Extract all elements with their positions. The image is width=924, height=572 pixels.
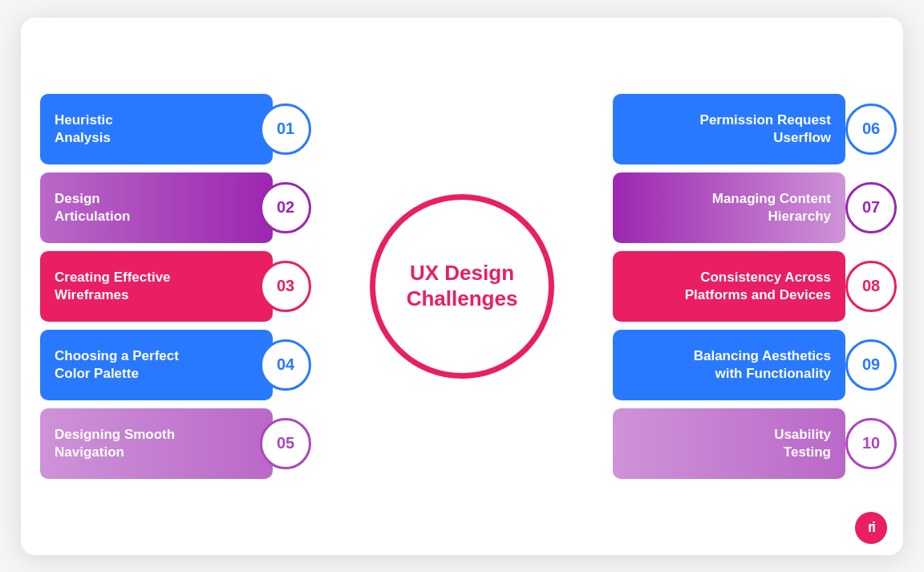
item-label: Balancing Aestheticswith Functionality xyxy=(694,347,831,382)
list-item: 09 Balancing Aestheticswith Functionalit… xyxy=(613,330,884,400)
item-bar: Consistency AcrossPlatforms and Devices xyxy=(613,251,845,322)
list-item: HeuristicAnalysis 01 xyxy=(40,94,337,164)
item-number: 10 xyxy=(845,418,897,469)
item-bar: Designing SmoothNavigation xyxy=(40,408,273,479)
item-label: Managing ContentHierarchy xyxy=(712,190,831,225)
item-label: Creating EffectiveWireframes xyxy=(55,269,171,303)
layout: HeuristicAnalysis 01 DesignArticulation … xyxy=(40,32,884,541)
item-bar: Managing ContentHierarchy xyxy=(613,172,845,243)
item-number: 09 xyxy=(845,339,897,391)
item-label: Permission RequestUserflow xyxy=(700,112,831,146)
list-item: Designing SmoothNavigation 05 xyxy=(40,408,337,479)
left-column: HeuristicAnalysis 01 DesignArticulation … xyxy=(40,94,337,479)
item-number: 06 xyxy=(845,103,897,155)
center-title: UX DesignChallenges xyxy=(407,261,518,310)
item-bar: UsabilityTesting xyxy=(613,408,845,479)
item-number: 01 xyxy=(260,103,311,155)
item-bar: Permission RequestUserflow xyxy=(613,94,845,164)
list-item: 06 Permission RequestUserflow xyxy=(613,94,884,164)
right-column: 06 Permission RequestUserflow 07 Managin… xyxy=(587,94,884,479)
main-card: HeuristicAnalysis 01 DesignArticulation … xyxy=(21,18,903,555)
watermark-text: ri xyxy=(868,519,874,536)
item-bar: Choosing a PerfectColor Palette xyxy=(40,330,273,400)
list-item: 07 Managing ContentHierarchy xyxy=(613,172,884,243)
item-label: Designing SmoothNavigation xyxy=(55,426,175,460)
watermark-logo: ri xyxy=(855,512,887,544)
item-bar: Balancing Aestheticswith Functionality xyxy=(613,330,845,400)
item-number: 05 xyxy=(260,418,311,469)
item-number: 07 xyxy=(845,182,897,233)
center-circle: UX DesignChallenges xyxy=(370,194,554,379)
item-number: 08 xyxy=(845,261,897,312)
item-label: Consistency AcrossPlatforms and Devices xyxy=(685,269,831,303)
item-number: 03 xyxy=(260,261,311,312)
item-bar: HeuristicAnalysis xyxy=(40,94,273,164)
item-bar: Creating EffectiveWireframes xyxy=(40,251,273,322)
item-number: 04 xyxy=(260,339,311,391)
item-label: DesignArticulation xyxy=(55,190,130,225)
item-label: HeuristicAnalysis xyxy=(55,112,113,146)
item-label: Choosing a PerfectColor Palette xyxy=(55,347,179,382)
list-item: 08 Consistency AcrossPlatforms and Devic… xyxy=(613,251,884,322)
item-bar: DesignArticulation xyxy=(40,172,273,243)
item-number: 02 xyxy=(260,182,311,233)
list-item: DesignArticulation 02 xyxy=(40,172,337,243)
list-item: Choosing a PerfectColor Palette 04 xyxy=(40,330,337,400)
item-label: UsabilityTesting xyxy=(774,426,831,460)
list-item: 10 UsabilityTesting xyxy=(613,408,884,479)
list-item: Creating EffectiveWireframes 03 xyxy=(40,251,337,322)
